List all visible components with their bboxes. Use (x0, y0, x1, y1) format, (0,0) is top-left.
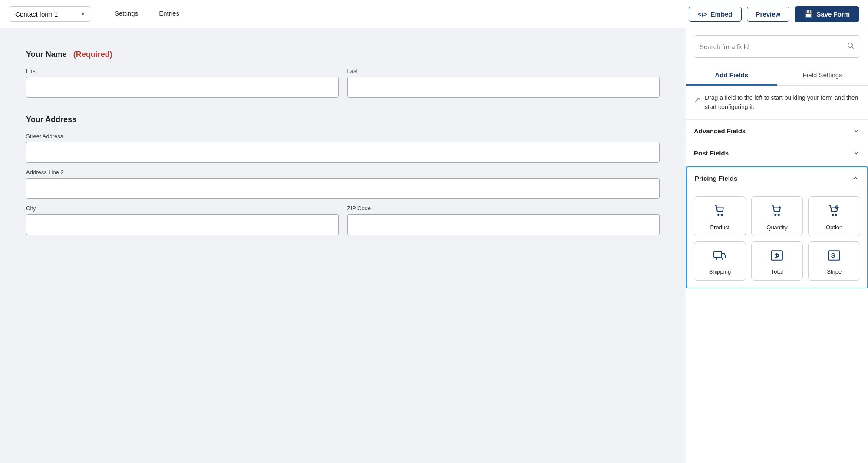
svg-rect-9 (714, 252, 722, 257)
svg-point-7 (835, 214, 837, 215)
nav-entries[interactable]: Entries (149, 0, 190, 28)
drag-hint: ↗ Drag a field to the left to start buil… (686, 86, 868, 119)
address2-input[interactable] (26, 178, 660, 199)
form-selector[interactable]: Contact form 1 ▾ (9, 6, 91, 22)
search-input[interactable] (700, 43, 842, 50)
search-box-wrap (686, 28, 868, 65)
svg-point-5 (778, 214, 779, 215)
zip-input[interactable] (347, 214, 660, 235)
city-label: City (26, 205, 339, 212)
pricing-field-total[interactable]: Total (751, 241, 803, 281)
embed-button[interactable]: </> Embed (689, 7, 742, 22)
svg-point-10 (716, 258, 717, 260)
search-box (694, 35, 860, 58)
topbar: Contact form 1 ▾ Settings Entries </> Em… (0, 0, 868, 28)
accordion-pricing-fields: Pricing Fields Product (686, 166, 868, 288)
search-icon (847, 42, 855, 51)
pricing-field-shipping[interactable]: Shipping (694, 241, 746, 281)
street-address-group: Street Address (26, 133, 660, 163)
quantity-label: Quantity (766, 224, 787, 231)
name-field-section: Your Name (Required) First Last (26, 50, 660, 98)
main-layout: Your Name (Required) First Last Your Add… (0, 28, 868, 463)
accordion-advanced-fields-header[interactable]: Advanced Fields (686, 120, 868, 142)
topbar-nav: Settings Entries (104, 0, 190, 28)
total-label: Total (771, 268, 783, 275)
total-icon (770, 250, 783, 264)
first-name-input[interactable] (26, 77, 339, 98)
form-canvas: Your Name (Required) First Last Your Add… (0, 28, 686, 463)
last-name-label: Last (347, 68, 660, 74)
name-field-row: First Last (26, 68, 660, 98)
address-section-title: Your Address (26, 115, 660, 124)
pricing-field-product[interactable]: Product (694, 196, 746, 236)
svg-point-0 (848, 43, 853, 48)
save-icon: 💾 (804, 10, 813, 18)
svg-point-11 (722, 258, 723, 260)
street-address-input[interactable] (26, 142, 660, 163)
accordion-post-fields-header[interactable]: Post Fields (686, 142, 868, 164)
address-field-section: Your Address Street Address Address Line… (26, 115, 660, 235)
street-address-label: Street Address (26, 133, 660, 139)
accordion-post-fields: Post Fields (686, 142, 868, 164)
option-icon (828, 205, 841, 220)
right-panel: Add Fields Field Settings ↗ Drag a field… (686, 28, 868, 463)
first-name-label: First (26, 68, 339, 74)
tab-add-fields[interactable]: Add Fields (686, 65, 777, 85)
svg-text:S: S (831, 251, 835, 259)
chevron-up-icon (851, 174, 859, 182)
pricing-field-option[interactable]: Option (808, 196, 860, 236)
pricing-field-stripe[interactable]: S Stripe (808, 241, 860, 281)
svg-point-2 (718, 214, 719, 215)
zip-label: ZIP Code (347, 205, 660, 212)
last-name-input[interactable] (347, 77, 660, 98)
chevron-down-icon (852, 127, 860, 135)
svg-point-4 (775, 214, 776, 215)
topbar-actions: </> Embed Preview 💾 Save Form (689, 6, 859, 22)
chevron-down-icon (852, 149, 860, 157)
quantity-icon (770, 205, 783, 220)
address2-group: Address Line 2 (26, 169, 660, 199)
zip-col: ZIP Code (347, 205, 660, 235)
city-col: City (26, 205, 339, 235)
stripe-label: Stripe (827, 268, 842, 275)
tab-field-settings[interactable]: Field Settings (777, 65, 868, 85)
svg-point-6 (832, 214, 833, 215)
nav-settings[interactable]: Settings (104, 0, 149, 28)
cursor-icon: ↗ (694, 94, 700, 106)
product-label: Product (710, 224, 729, 231)
shipping-icon (713, 250, 727, 264)
svg-point-3 (721, 214, 723, 215)
last-name-col: Last (347, 68, 660, 98)
name-field-title: Your Name (Required) (26, 50, 660, 59)
form-selector-label: Contact form 1 (15, 10, 58, 18)
panel-tabs: Add Fields Field Settings (686, 65, 868, 86)
chevron-down-icon: ▾ (81, 10, 85, 18)
accordion-pricing-fields-header[interactable]: Pricing Fields (687, 167, 867, 189)
embed-code-icon: </> (698, 10, 707, 18)
option-label: Option (826, 224, 842, 231)
pricing-field-quantity[interactable]: Quantity (751, 196, 803, 236)
product-icon (713, 205, 726, 220)
save-form-button[interactable]: 💾 Save Form (795, 6, 859, 22)
preview-button[interactable]: Preview (747, 7, 790, 22)
address2-label: Address Line 2 (26, 169, 660, 175)
shipping-label: Shipping (709, 268, 731, 275)
svg-line-1 (852, 47, 853, 48)
pricing-fields-grid: Product Quantity (687, 189, 867, 288)
required-label: (Required) (73, 50, 112, 59)
stripe-icon: S (828, 250, 841, 264)
city-zip-row: City ZIP Code (26, 205, 660, 235)
city-input[interactable] (26, 214, 339, 235)
accordion-advanced-fields: Advanced Fields (686, 119, 868, 142)
first-name-col: First (26, 68, 339, 98)
